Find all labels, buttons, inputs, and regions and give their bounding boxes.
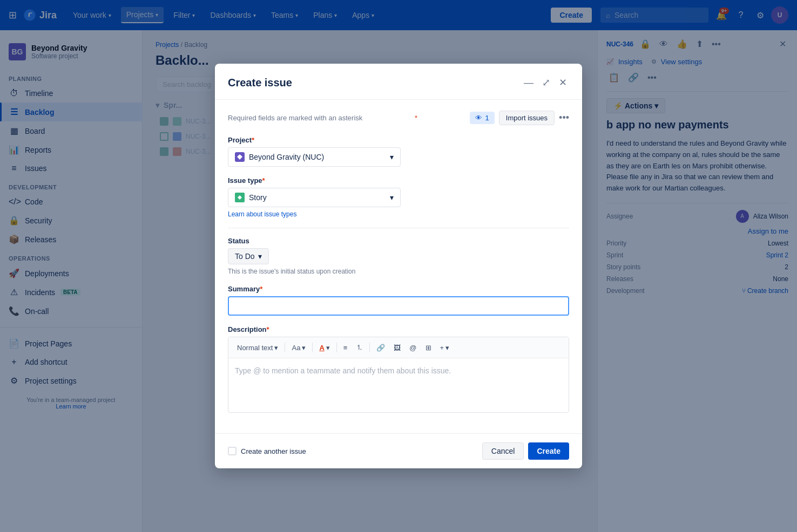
chevron-down-icon: ▾ [445, 344, 449, 352]
chevron-down-icon: ▾ [258, 252, 262, 261]
modal-header-actions: — ⤢ ✕ [522, 74, 569, 91]
link-button[interactable]: 🔗 [373, 342, 388, 354]
create-another-checkbox-row: Create another issue [228, 447, 306, 455]
minimize-icon[interactable]: — [522, 75, 536, 91]
import-issues-button[interactable]: Import issues [499, 111, 555, 125]
cancel-button[interactable]: Cancel [482, 442, 524, 460]
chevron-down-icon: ▾ [390, 193, 394, 202]
toolbar-divider [369, 343, 370, 352]
create-issue-button[interactable]: Create [528, 442, 569, 460]
expand-icon[interactable]: ⤢ [540, 74, 552, 91]
modal-overlay[interactable]: Create issue — ⤢ ✕ Required fields are m… [0, 0, 797, 532]
summary-field: Summary* [228, 285, 569, 316]
toolbar-divider [336, 343, 337, 352]
description-editor: Normal text ▾ Aa ▾ A ▾ [228, 337, 569, 413]
project-label: Project* [228, 136, 569, 144]
summary-input[interactable] [228, 296, 569, 316]
modal-title: Create issue [228, 77, 292, 89]
modal-body: Required fields are marked with an aster… [215, 100, 582, 433]
project-field: Project* Beyond Gravity (NUC) ▾ [228, 136, 569, 167]
description-label: Description* [228, 325, 569, 333]
bullet-list-button[interactable]: ≡ [340, 342, 351, 354]
description-field: Description* Normal text ▾ Aa ▾ [228, 325, 569, 413]
learn-issue-types-link[interactable]: Learn about issue types [228, 210, 569, 218]
toolbar-divider [312, 343, 313, 352]
text-style-button[interactable]: Aa ▾ [288, 342, 309, 354]
normal-text-button[interactable]: Normal text ▾ [234, 342, 281, 354]
more-options-icon[interactable]: ••• [559, 112, 569, 124]
story-icon [235, 193, 245, 202]
project-select-icon [235, 152, 245, 162]
description-placeholder: Type @ to mention a teammate and notify … [235, 366, 451, 375]
issue-type-field: Issue type* Story ▾ Learn about issue ty… [228, 176, 569, 218]
issue-type-select[interactable]: Story ▾ [228, 188, 401, 207]
more-formatting-button[interactable]: + ▾ [437, 342, 453, 354]
status-hint: This is the issue's initial status upon … [228, 268, 569, 275]
chevron-down-icon: ▾ [326, 344, 330, 352]
create-issue-modal: Create issue — ⤢ ✕ Required fields are m… [215, 64, 582, 468]
modal-header: Create issue — ⤢ ✕ [215, 64, 582, 100]
numbered-list-button[interactable]: ⒈ [353, 340, 366, 354]
toolbar-divider [285, 343, 285, 352]
create-another-checkbox[interactable] [228, 447, 237, 455]
status-dropdown[interactable]: To Do ▾ [228, 248, 269, 264]
status-label: Status [228, 237, 569, 245]
chevron-down-icon: ▾ [274, 344, 278, 352]
description-body[interactable]: Type @ to mention a teammate and notify … [228, 358, 569, 412]
text-color-button[interactable]: A ▾ [316, 342, 333, 354]
status-field: Status To Do ▾ This is the issue's initi… [228, 237, 569, 275]
footer-buttons: Cancel Create [482, 442, 569, 460]
image-button[interactable]: 🖼 [390, 342, 404, 354]
chevron-down-icon: ▾ [390, 153, 394, 161]
watch-button[interactable]: 👁 1 [470, 112, 495, 124]
issue-type-label: Issue type* [228, 176, 569, 185]
close-modal-icon[interactable]: ✕ [557, 74, 569, 91]
form-divider [228, 228, 569, 228]
required-note: Required fields are marked with an aster… [228, 111, 569, 125]
modal-footer: Create another issue Cancel Create [215, 433, 582, 468]
create-another-label: Create another issue [241, 447, 306, 455]
table-button[interactable]: ⊞ [422, 342, 435, 354]
project-select[interactable]: Beyond Gravity (NUC) ▾ [228, 147, 401, 167]
mention-button[interactable]: @ [406, 342, 420, 354]
summary-label: Summary* [228, 285, 569, 293]
watch-icon: 👁 [475, 114, 482, 122]
description-toolbar: Normal text ▾ Aa ▾ A ▾ [228, 337, 569, 358]
chevron-down-icon: ▾ [302, 344, 306, 352]
